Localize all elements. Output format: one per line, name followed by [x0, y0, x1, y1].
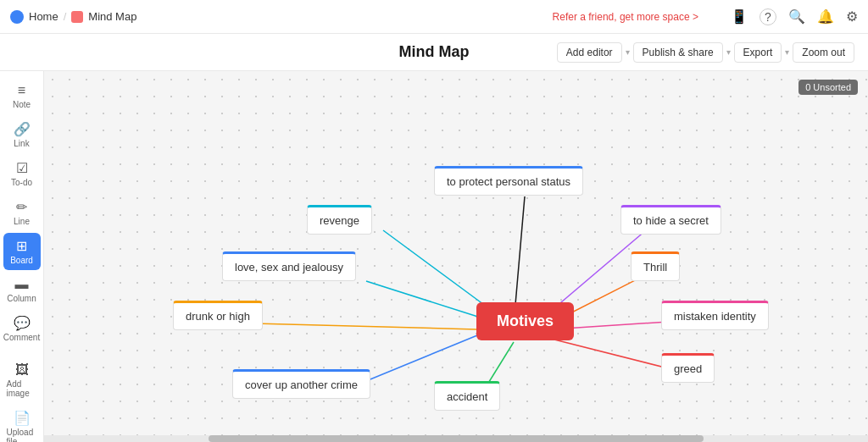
sidebar: ≡ Note 🔗 Link ☑ To-do ✏ Line ⊞ Board ▬ C… [0, 71, 44, 442]
sidebar-item-column[interactable]: ▬ Column [3, 272, 41, 308]
add-editor-button[interactable]: Add editor [557, 42, 622, 63]
node-revenge[interactable]: revenge [307, 205, 372, 235]
main-area: ≡ Note 🔗 Link ☑ To-do ✏ Line ⊞ Board ▬ C… [0, 71, 868, 442]
line-icon: ✏ [16, 199, 27, 215]
sidebar-label-addimage: Add image [7, 379, 37, 398]
node-drunk-label: drunk or high [186, 310, 250, 323]
sidebar-item-uploadfile[interactable]: 📄 Upload file [3, 405, 41, 442]
board-icon: ⊞ [16, 238, 27, 254]
node-drunk[interactable]: drunk or high [173, 301, 263, 330]
toolbar-right: Add editor ▾ Publish & share ▾ Export ▾ … [557, 42, 854, 63]
canvas[interactable]: 0 Unsorted to protec [44, 71, 868, 442]
topbar: Home / Mind Map Refer a friend, get more… [0, 0, 868, 34]
node-mistaken[interactable]: mistaken identity [661, 301, 769, 330]
node-secret[interactable]: to hide a secret [620, 205, 721, 235]
sidebar-item-note[interactable]: ≡ Note [3, 78, 41, 114]
node-revenge-label: revenge [320, 214, 359, 227]
node-lovesex-label: love, sex and jealousy [235, 261, 343, 273]
uploadfile-icon: 📄 [14, 410, 31, 426]
breadcrumb-separator: / [64, 10, 67, 23]
doc-label[interactable]: Mind Map [88, 10, 136, 23]
sidebar-item-addimage[interactable]: 🖼 Add image [3, 357, 41, 403]
notification-icon[interactable]: 🔔 [817, 8, 834, 25]
sidebar-label-comment: Comment [3, 333, 40, 342]
page-title: Mind Map [399, 43, 470, 61]
todo-icon: ☑ [16, 160, 28, 176]
device-icon[interactable]: 📱 [731, 8, 748, 25]
search-icon[interactable]: 🔍 [788, 8, 805, 25]
sidebar-label-column: Column [7, 294, 36, 303]
help-icon[interactable]: ? [760, 8, 776, 25]
svg-line-8 [366, 281, 483, 318]
home-icon [10, 10, 24, 24]
settings-icon[interactable]: ⚙ [846, 8, 858, 25]
zoom-out-button[interactable]: Zoom out [793, 42, 854, 63]
topbar-icons: 📱 ? 🔍 🔔 ⚙ [731, 8, 858, 25]
node-center[interactable]: Motives [476, 302, 574, 340]
note-icon: ≡ [18, 83, 25, 98]
addimage-icon: 🖼 [15, 362, 29, 378]
sidebar-label-note: Note [13, 100, 31, 109]
node-thrill-label: Thrill [643, 261, 667, 273]
svg-line-9 [383, 230, 493, 312]
sidebar-label-board: Board [10, 256, 33, 265]
publish-share-button[interactable]: Publish & share [633, 42, 723, 63]
node-accident-label: accident [447, 390, 487, 403]
node-greed[interactable]: greed [661, 353, 715, 383]
sidebar-item-line[interactable]: ✏ Line [3, 194, 41, 231]
breadcrumb: Home / Mind Map [10, 10, 136, 24]
sidebar-item-link[interactable]: 🔗 Link [3, 116, 41, 153]
comment-icon: 💬 [14, 315, 31, 331]
link-icon: 🔗 [14, 121, 31, 137]
node-cover[interactable]: cover up another crime [232, 369, 370, 399]
canvas-scrollbar[interactable] [44, 435, 868, 442]
doc-icon [71, 11, 83, 23]
sidebar-item-board[interactable]: ⊞ Board [3, 233, 41, 270]
sidebar-label-todo: To-do [11, 178, 32, 187]
sidebar-item-todo[interactable]: ☑ To-do [3, 155, 41, 192]
home-label[interactable]: Home [29, 10, 58, 23]
node-thrill[interactable]: Thrill [631, 251, 680, 281]
sidebar-label-uploadfile: Upload file [7, 428, 37, 442]
svg-line-7 [254, 323, 476, 329]
node-protect-label: to protect personal status [447, 175, 570, 188]
refer-link[interactable]: Refer a friend, get more space > [553, 11, 698, 23]
unsorted-badge[interactable]: 0 Unsorted [798, 80, 858, 95]
node-accident[interactable]: accident [434, 381, 500, 411]
node-greed-label: greed [674, 362, 702, 375]
node-center-label: Motives [497, 312, 554, 329]
sidebar-item-comment[interactable]: 💬 Comment [3, 310, 41, 347]
column-icon: ▬ [15, 277, 29, 292]
node-mistaken-label: mistaken identity [674, 310, 756, 323]
node-lovesex[interactable]: love, sex and jealousy [222, 251, 356, 281]
node-cover-label: cover up another crime [245, 378, 358, 391]
node-protect[interactable]: to protect personal status [434, 166, 583, 196]
node-secret-label: to hide a secret [633, 214, 709, 227]
sidebar-label-link: Link [14, 139, 29, 148]
titlebar: Mind Map Add editor ▾ Publish & share ▾ … [0, 34, 868, 71]
export-button[interactable]: Export [734, 42, 782, 63]
sidebar-label-line: Line [14, 217, 30, 226]
canvas-scrollbar-thumb[interactable] [209, 435, 703, 442]
